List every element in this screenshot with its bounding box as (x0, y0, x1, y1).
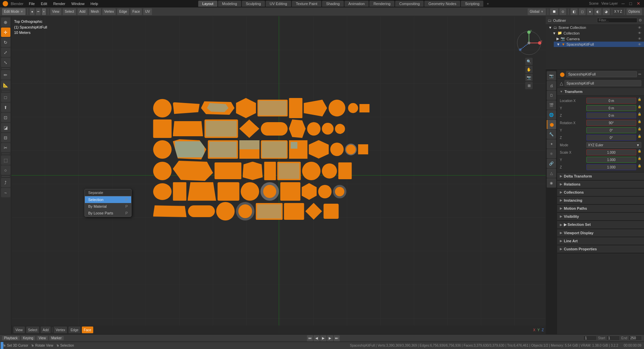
tab-sculpting[interactable]: Sculpting (242, 1, 265, 7)
scale-z[interactable]: 1.000 (586, 164, 636, 170)
tab-rendering[interactable]: Rendering (369, 1, 394, 7)
vp-vertex-btn[interactable]: Vertex (54, 327, 67, 333)
minimize-btn[interactable]: ─ (621, 1, 626, 6)
end-frame-input[interactable] (629, 336, 642, 341)
maximize-btn[interactable]: □ (628, 1, 633, 6)
close-btn[interactable]: ✕ (636, 1, 641, 6)
shrink-fatten-btn[interactable]: ⤴ (1, 178, 10, 187)
prop-tab-material[interactable]: ◉ (547, 178, 556, 188)
camera-btn[interactable]: 📷 (525, 74, 533, 81)
instancing-header[interactable]: ▶ Instancing (557, 197, 644, 204)
inset-tool-btn[interactable]: ⊡ (1, 113, 10, 122)
tab-scripting[interactable]: Scripting (461, 1, 483, 7)
loc-x[interactable]: 0 m (586, 98, 636, 104)
hand-btn[interactable]: ✋ (525, 66, 533, 73)
prop-tab-particles[interactable]: ✦ (547, 139, 556, 149)
menu-render[interactable]: Render (51, 1, 68, 6)
prop-tab-physics[interactable]: ⚛ (547, 149, 556, 158)
ctx-by-material[interactable]: By Material P (85, 203, 131, 210)
knife-tool-btn[interactable]: ✂ (1, 143, 10, 152)
tab-texture-paint[interactable]: Texture Paint (292, 1, 321, 7)
loc-z[interactable]: 0 m (586, 112, 636, 118)
menu-edit[interactable]: Edit (38, 1, 50, 6)
rotate-tool-btn[interactable]: ↻ (1, 38, 10, 47)
navigation-gizmo[interactable]: X Y (516, 30, 542, 56)
global-dropdown[interactable]: Global ▼ (528, 8, 546, 15)
prop-tab-render[interactable]: 📷 (547, 71, 556, 81)
prop-tab-world[interactable]: 🌐 (547, 110, 556, 119)
transform-header[interactable]: ▼ Transform (557, 88, 644, 96)
add-workspace-btn[interactable]: + (484, 1, 491, 7)
add-btn[interactable]: Add (77, 8, 88, 15)
keying-btn[interactable]: Keying (21, 336, 36, 340)
viewport-display-header[interactable]: ▶ Viewport Display (557, 229, 644, 237)
add-cube-btn[interactable]: □ (1, 93, 10, 102)
prop-tab-output[interactable]: 🖨 (547, 81, 556, 90)
rotation-mode-select[interactable]: XYZ Euler ▼ (586, 142, 641, 148)
prev-frame-btn[interactable]: ◀ (314, 335, 320, 341)
outliner-search[interactable] (597, 18, 637, 23)
prop-tab-constraints[interactable]: 🔗 (547, 159, 556, 168)
scale-x[interactable]: 1.000 (586, 149, 636, 155)
tab-geometry-nodes[interactable]: Geometry Nodes (424, 1, 460, 7)
tab-layout[interactable]: Layout (198, 1, 217, 7)
vp-face-btn[interactable]: Face (82, 327, 93, 333)
current-frame-input[interactable] (583, 336, 597, 341)
tab-modeling[interactable]: Modeling (218, 1, 241, 7)
rot-y[interactable]: 0° (586, 127, 636, 133)
xray-btn[interactable]: ◧ (571, 8, 578, 15)
wire-btn[interactable]: ◻ (579, 8, 586, 15)
scale-tool-btn[interactable]: ⤢ (1, 48, 10, 57)
vertex-mode-btn[interactable]: ● (30, 8, 35, 15)
scale-y[interactable]: 1.000 (586, 157, 636, 163)
object-name-input[interactable] (566, 71, 637, 77)
options-btn[interactable]: Options (627, 8, 642, 15)
marker-btn[interactable]: Marker (49, 336, 64, 340)
bevel-tool-btn[interactable]: ◪ (1, 123, 10, 132)
edit-mode-btn[interactable]: Edit Mode ▼ (2, 8, 25, 15)
loop-cut-btn[interactable]: ⊟ (1, 133, 10, 142)
viewport[interactable]: Top Orthographic (1) SpaceshipKitFull 10… (11, 16, 546, 334)
next-frame-btn[interactable]: ▶ (327, 335, 333, 341)
vp-add-menu-btn[interactable]: Add (41, 327, 51, 333)
playback-btn[interactable]: Playback (2, 336, 20, 340)
outliner-spaceship[interactable]: ▼ ▼ SpaceshipKitFull 👁 (554, 42, 644, 47)
custom-properties-header[interactable]: ▶ Custom Properties (557, 245, 644, 253)
outliner-collection[interactable]: ▼ 📁 Collection 👁 (550, 30, 644, 36)
object-name-edit-btn[interactable]: ✏ (638, 72, 641, 77)
tab-compositing[interactable]: Compositing (395, 1, 424, 7)
prop-tab-object-data[interactable]: △ (547, 168, 556, 178)
loc-y[interactable]: 0 m (586, 105, 636, 111)
edge-btn[interactable]: Edge (117, 8, 129, 15)
uv-btn[interactable]: UV (143, 8, 152, 15)
solid-btn[interactable]: ● (587, 8, 593, 15)
visibility-header[interactable]: ▶ Visibility (557, 213, 644, 220)
rot-x[interactable]: 90° (586, 120, 636, 126)
move-tool-btn[interactable]: ✛ (1, 28, 10, 37)
outliner-camera[interactable]: ▶ 📷 Camera 👁 (554, 36, 644, 42)
tab-shading[interactable]: Shading (322, 1, 343, 7)
menu-window[interactable]: Window (69, 1, 87, 6)
tab-uv-editing[interactable]: UV Editing (266, 1, 291, 7)
view-timeline-btn[interactable]: View (37, 336, 48, 340)
annotate-tool-btn[interactable]: ✏ (1, 70, 10, 80)
prop-tab-scene[interactable]: 🎬 (547, 100, 556, 110)
select-circle-btn[interactable]: ○ (1, 165, 10, 175)
extrude-tool-btn[interactable]: ⬆ (1, 103, 10, 112)
selection-set-header[interactable]: ▶ ▶ Selection Set (557, 221, 644, 229)
snap-btn[interactable]: 🔲 (550, 8, 558, 15)
view-btn[interactable]: View (50, 8, 62, 15)
smooth-btn[interactable]: ~ (1, 188, 10, 197)
mesh-name-input[interactable] (565, 80, 641, 86)
face-mode-btn[interactable]: ▪ (42, 8, 46, 15)
prop-tab-view-layer[interactable]: 🗋 (547, 91, 556, 100)
select-box-btn[interactable]: ⬚ (1, 155, 10, 165)
outliner-scene-collection[interactable]: ▼ 🗂 Scene Collection 👁 (546, 25, 644, 30)
start-frame-input[interactable] (606, 336, 620, 341)
material-btn[interactable]: ◐ (594, 8, 601, 15)
delta-transform-header[interactable]: ▶ Delta Transform (557, 172, 644, 180)
select-btn[interactable]: Select (63, 8, 76, 15)
collections-header[interactable]: ▶ Collections (557, 189, 644, 196)
jump-start-btn[interactable]: ⏮ (307, 335, 313, 341)
vertex-btn[interactable]: Vertex (102, 8, 116, 15)
